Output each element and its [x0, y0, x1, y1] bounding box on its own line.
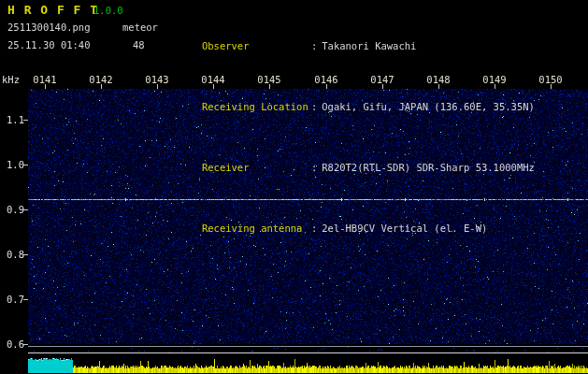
info-separator: : — [311, 162, 317, 173]
time-label: 0145 — [257, 74, 280, 85]
time-label: 0149 — [482, 74, 506, 85]
info-row-antenna: Receiving antenna:2el-HB9CV Vertical (el… — [166, 210, 535, 247]
hrofft-screen: H R O F F T 1.0.0 2511300140.png meteor … — [0, 0, 588, 374]
info-value: Takanori Kawachi — [322, 40, 416, 51]
time-label: 0146 — [314, 74, 337, 85]
station-info: Observer:Takanori Kawachi Receiving Loca… — [166, 4, 535, 271]
mode-label: meteor — [122, 22, 158, 33]
app-title: H R O F F T — [7, 3, 98, 17]
observation-datetime: 25.11.30 01:40 — [7, 39, 91, 50]
freq-label: 1.0 — [0, 159, 24, 170]
info-value: R820T2(RTL-SDR) SDR-Sharp 53.1000MHz — [322, 162, 535, 173]
info-label: Receiving Location — [202, 101, 311, 113]
info-row-observer: Observer:Takanori Kawachi — [166, 28, 535, 65]
freq-label: 0.8 — [0, 249, 24, 260]
echo-count: 48 — [133, 39, 145, 50]
freq-label: 0.7 — [0, 294, 24, 305]
info-label: Receiver — [202, 162, 311, 174]
info-value: 2el-HB9CV Vertical (el. E-W) — [322, 223, 487, 234]
freq-label: 1.1 — [0, 114, 24, 125]
time-label: 0150 — [538, 74, 562, 85]
info-value: Ogaki, Gifu, JAPAN (136.60E, 35.35N) — [322, 101, 535, 112]
app-version: 1.0.0 — [93, 5, 123, 16]
info-separator: : — [311, 40, 317, 51]
time-label: 0148 — [426, 74, 450, 85]
time-label: 0142 — [89, 74, 112, 85]
info-row-receiver: Receiver:R820T2(RTL-SDR) SDR-Sharp 53.10… — [166, 150, 535, 186]
info-separator: : — [311, 101, 317, 112]
info-label: Receiving antenna — [202, 223, 311, 235]
freq-label: 0.9 — [0, 204, 24, 215]
time-label: 0143 — [145, 74, 168, 85]
time-label: 0147 — [370, 74, 394, 85]
time-label: 0141 — [33, 74, 56, 85]
time-label: 0144 — [201, 74, 224, 85]
y-axis-unit: kHz — [2, 74, 20, 85]
freq-label: 0.6 — [0, 338, 24, 350]
info-separator: : — [311, 223, 317, 234]
info-row-location: Receiving Location:Ogaki, Gifu, JAPAN (1… — [166, 89, 535, 125]
output-filename: 2511300140.png — [7, 22, 91, 33]
info-label: Observer — [202, 40, 311, 52]
